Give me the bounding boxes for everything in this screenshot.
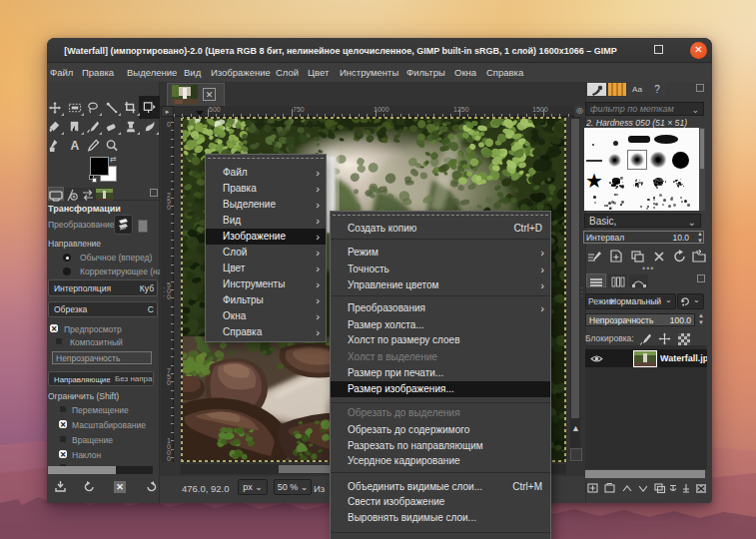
- svg-text:A: A: [71, 139, 80, 153]
